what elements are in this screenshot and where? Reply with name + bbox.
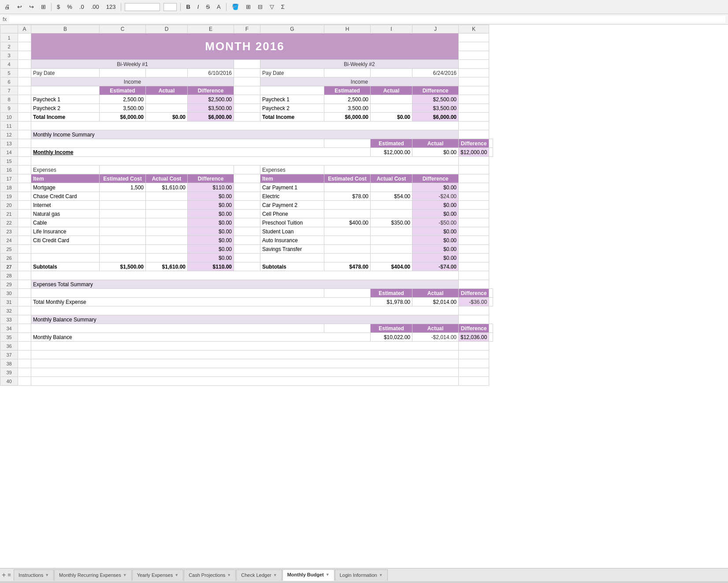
- col-d-header[interactable]: D: [146, 25, 188, 33]
- r11-main[interactable]: [31, 122, 459, 130]
- r6-k[interactable]: [459, 77, 489, 86]
- income-act-hdr-2[interactable]: Actual: [371, 86, 412, 95]
- sheet-list-icon[interactable]: ≡: [7, 572, 11, 578]
- r10-a[interactable]: [18, 113, 31, 122]
- total-income-label-2[interactable]: Total Income: [260, 113, 324, 122]
- r4-k[interactable]: [459, 60, 489, 69]
- r14-a[interactable]: [18, 148, 31, 157]
- bal-sum-est-hdr[interactable]: Estimated: [371, 324, 412, 333]
- r33-k[interactable]: [459, 315, 489, 324]
- income-label-2[interactable]: Income: [260, 77, 459, 86]
- r18-f[interactable]: [234, 183, 260, 192]
- r12-k[interactable]: [459, 130, 489, 139]
- exp2-r19-est[interactable]: $78.00: [324, 192, 371, 201]
- pay-date-label-2[interactable]: Pay Date: [260, 69, 324, 77]
- r1-a[interactable]: [18, 33, 31, 42]
- font-size-input[interactable]: 11: [163, 3, 177, 11]
- tab-login-information[interactable]: Login Information ▼: [335, 569, 388, 581]
- r25-k[interactable]: [459, 245, 489, 254]
- r25-f[interactable]: [234, 245, 260, 254]
- expenses-label-2[interactable]: Expenses: [260, 166, 324, 174]
- exp-sum-act-hdr[interactable]: Actual: [412, 289, 459, 298]
- r3-k[interactable]: [459, 51, 489, 60]
- r15-k[interactable]: [459, 157, 489, 166]
- paycheck1-diff-1[interactable]: $2,500.00: [188, 95, 234, 104]
- exp2-r22-diff[interactable]: -$50.00: [412, 218, 459, 227]
- exp2-r21-act[interactable]: [371, 210, 412, 218]
- biweekly1-header[interactable]: Bi-Weekly #1: [31, 60, 234, 69]
- r6-a[interactable]: [18, 77, 31, 86]
- col-c-header[interactable]: C: [100, 25, 146, 33]
- exp1-r26-act[interactable]: [146, 254, 188, 262]
- r7-k[interactable]: [459, 86, 489, 95]
- r5-d[interactable]: [146, 69, 188, 77]
- r19-f[interactable]: [234, 192, 260, 201]
- r7-f[interactable]: [234, 86, 260, 95]
- exp2-r20-diff[interactable]: $0.00: [412, 201, 459, 210]
- exp2-r22-act[interactable]: $350.00: [371, 218, 412, 227]
- exp2-r24-act[interactable]: [371, 236, 412, 245]
- r33-a[interactable]: [18, 315, 31, 324]
- r5-i[interactable]: [371, 69, 412, 77]
- r7-b[interactable]: [31, 86, 100, 95]
- exp1-r24-diff[interactable]: $0.00: [188, 236, 234, 245]
- income-diff-hdr-1[interactable]: Difference: [188, 86, 234, 95]
- col-k-header[interactable]: K: [459, 25, 489, 33]
- r36-a[interactable]: [18, 342, 31, 351]
- exp1-r21-est[interactable]: [100, 210, 146, 218]
- exp-est-hdr-2[interactable]: Estimated Cost: [324, 174, 371, 183]
- tab-login-information-dropdown[interactable]: ▼: [379, 573, 383, 577]
- r5-c[interactable]: [100, 69, 146, 77]
- r2-k[interactable]: [459, 42, 489, 51]
- monthly-balance-summary-label[interactable]: Monthly Balance Summary: [31, 315, 459, 324]
- exp1-r22-diff[interactable]: $0.00: [188, 218, 234, 227]
- r28-a[interactable]: [18, 271, 31, 280]
- exp1-r26-est[interactable]: [100, 254, 146, 262]
- exp2-r18-item[interactable]: Car Payment 1: [260, 183, 324, 192]
- exp2-r21-diff[interactable]: $0.00: [412, 210, 459, 218]
- exp2-r19-act[interactable]: $54.00: [371, 192, 412, 201]
- col-j-header[interactable]: J: [412, 25, 459, 33]
- r39-main[interactable]: [31, 368, 459, 377]
- exp2-r20-est[interactable]: [324, 201, 371, 210]
- italic-btn[interactable]: I: [196, 3, 201, 11]
- tab-cash-projections-dropdown[interactable]: ▼: [227, 573, 231, 577]
- subtotals-est-1[interactable]: $1,500.00: [100, 262, 146, 271]
- total-income-est-1[interactable]: $6,000.00: [100, 113, 146, 122]
- r34-spacer[interactable]: [31, 324, 324, 333]
- r32-a[interactable]: [18, 306, 31, 315]
- decimal1-btn[interactable]: .0: [78, 3, 86, 11]
- sum-btn[interactable]: Σ: [279, 3, 286, 11]
- exp1-r22-act[interactable]: [146, 218, 188, 227]
- exp-sum-est-hdr[interactable]: Estimated: [371, 289, 412, 298]
- number-btn[interactable]: 123: [104, 3, 118, 11]
- paycheck2-act-1[interactable]: [146, 104, 188, 113]
- tab-monthly-budget[interactable]: Monthly Budget ▼: [282, 569, 334, 581]
- exp1-r23-item[interactable]: Life Insurance: [31, 227, 100, 236]
- r36-k[interactable]: [459, 342, 489, 351]
- paycheck1-label-2[interactable]: Paycheck 1: [260, 95, 324, 104]
- exp2-r19-item[interactable]: Electric: [260, 192, 324, 201]
- r28-k[interactable]: [459, 271, 489, 280]
- exp2-r18-act[interactable]: [371, 183, 412, 192]
- r21-a[interactable]: [18, 210, 31, 218]
- r30-k[interactable]: [489, 289, 493, 298]
- r29-a[interactable]: [18, 280, 31, 289]
- r16-bcd[interactable]: [100, 166, 234, 174]
- exp-sum-diff-hdr[interactable]: Difference: [459, 289, 489, 298]
- r13-k[interactable]: [489, 139, 493, 148]
- exp1-r19-act[interactable]: [146, 192, 188, 201]
- bal-sum-act-hdr[interactable]: Actual: [412, 324, 459, 333]
- r2-a[interactable]: [18, 42, 31, 51]
- paycheck2-diff-1[interactable]: $3,500.00: [188, 104, 234, 113]
- expenses-total-summary-label[interactable]: Expenses Total Summary: [31, 280, 459, 289]
- r9-f[interactable]: [234, 104, 260, 113]
- exp1-r25-diff[interactable]: $0.00: [188, 245, 234, 254]
- col-e-header[interactable]: E: [188, 25, 234, 33]
- dollar-btn[interactable]: $: [55, 3, 62, 11]
- exp2-r24-diff[interactable]: $0.00: [412, 236, 459, 245]
- r17-a[interactable]: [18, 174, 31, 183]
- monthly-income-summary-label[interactable]: Monthly Income Summary: [31, 130, 459, 139]
- col-h-header[interactable]: H: [324, 25, 371, 33]
- exp2-r21-est[interactable]: [324, 210, 371, 218]
